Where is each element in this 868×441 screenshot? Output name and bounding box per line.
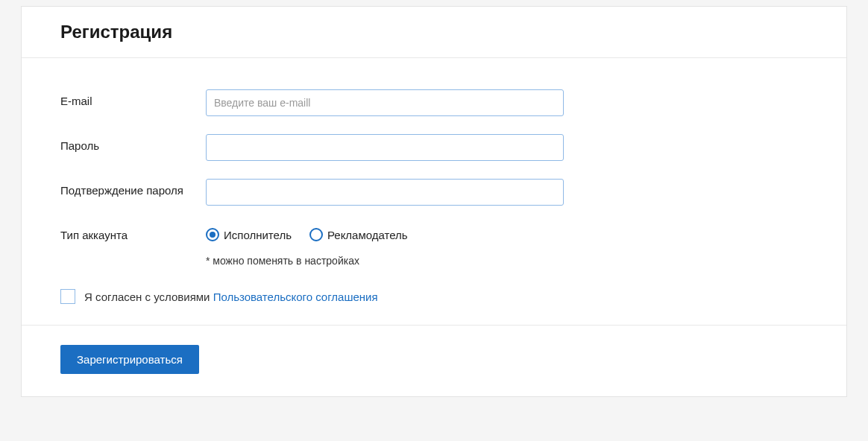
submit-button[interactable]: Зарегистрироваться (60, 345, 199, 374)
card-body: E-mail Пароль Подтверждение пароля Тип а… (22, 58, 846, 326)
confirm-password-row: Подтверждение пароля (60, 179, 808, 206)
page-title: Регистрация (60, 22, 808, 42)
registration-card: Регистрация E-mail Пароль Подтверждение … (21, 6, 847, 397)
account-type-label: Тип аккаунта (60, 223, 206, 241)
agreement-row: Я согласен с условиями Пользовательского… (60, 289, 808, 304)
account-type-radio-group: Исполнитель Рекламодатель (206, 223, 564, 241)
agreement-prefix: Я согласен с условиями (84, 291, 213, 303)
card-header: Регистрация (22, 7, 846, 58)
email-label: E-mail (60, 89, 206, 107)
password-row: Пароль (60, 134, 808, 161)
email-field[interactable] (206, 89, 564, 116)
email-row: E-mail (60, 89, 808, 116)
card-footer: Зарегистрироваться (22, 326, 846, 396)
agreement-text: Я согласен с условиями Пользовательского… (84, 291, 378, 303)
account-type-row: Тип аккаунта Исполнитель Рекламодатель *… (60, 223, 808, 267)
password-field[interactable] (206, 134, 564, 161)
radio-circle-icon (206, 228, 219, 241)
radio-performer[interactable]: Исполнитель (206, 228, 292, 241)
agreement-checkbox[interactable] (60, 289, 75, 304)
radio-advertiser[interactable]: Рекламодатель (309, 228, 408, 241)
radio-advertiser-label: Рекламодатель (327, 229, 408, 241)
confirm-password-label: Подтверждение пароля (60, 179, 206, 197)
confirm-password-field[interactable] (206, 179, 564, 206)
password-label: Пароль (60, 134, 206, 152)
account-type-hint: * можно поменять в настройках (206, 255, 564, 267)
agreement-link[interactable]: Пользовательского соглашения (213, 291, 378, 303)
radio-performer-label: Исполнитель (224, 229, 292, 241)
radio-circle-icon (309, 228, 323, 241)
